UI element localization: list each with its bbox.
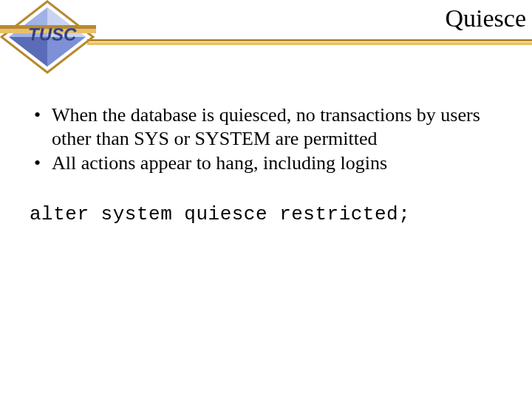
title-rule-dark: [87, 39, 532, 41]
slide-title: Quiesce: [445, 4, 526, 33]
title-rule-light: [87, 42, 532, 45]
bullet-list: When the database is quiesced, no transa…: [30, 103, 502, 175]
code-line: alter system quiesce restricted;: [30, 203, 502, 225]
slide: Quiesce TUSC When the database is quiesc…: [0, 0, 532, 399]
slide-header: Quiesce TUSC: [0, 0, 532, 59]
list-item: When the database is quiesced, no transa…: [52, 103, 502, 150]
tusc-logo-text: TUSC: [28, 24, 77, 44]
list-item: All actions appear to hang, including lo…: [52, 151, 502, 175]
slide-body: When the database is quiesced, no transa…: [30, 103, 502, 225]
tusc-logo-icon: TUSC: [0, 0, 118, 81]
